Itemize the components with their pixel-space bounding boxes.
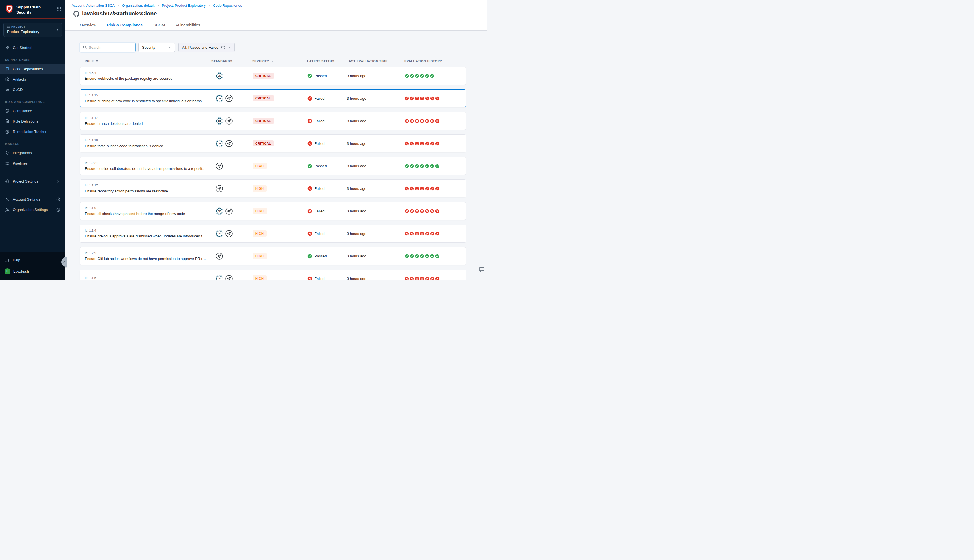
rules-table-body: Id: 4.3.4 Ensure webhooks of the package…: [80, 67, 466, 280]
sidebar-item-code-repositories[interactable]: Code Repositories: [0, 64, 65, 74]
status-cell: Failed: [307, 96, 347, 101]
search-input[interactable]: [89, 45, 132, 50]
history-fail-icon: [425, 277, 429, 280]
table-row[interactable]: Id: 1.1.15 Ensure pushing of new code is…: [80, 89, 466, 107]
clear-filter-icon[interactable]: [221, 45, 225, 50]
sidebar-item-organization-settings[interactable]: Organization Settings: [0, 205, 65, 215]
rule-id: Id: 1.2.9: [85, 251, 212, 255]
history-fail-icon: [430, 209, 434, 213]
svg-text:CIS: CIS: [218, 97, 221, 100]
rule-name: Ensure pushing of new code is restricted…: [85, 99, 212, 103]
tab-risk-compliance[interactable]: Risk & Compliance: [102, 20, 148, 30]
sidebar-item-integrations[interactable]: Integrations: [0, 148, 65, 158]
status-text: Failed: [315, 209, 324, 213]
history-pass-icon: [405, 164, 409, 168]
table-row[interactable]: Id: 1.1.5 CIS HIGH Failed 3 hours ago: [80, 270, 466, 280]
breadcrumb-link[interactable]: Account: Automation-SSCA: [72, 4, 115, 8]
sidebar-item-artifacts[interactable]: Artifacts: [0, 74, 65, 85]
severity-dropdown[interactable]: Severity: [138, 43, 175, 52]
page-title: lavakush07/StarbucksClone: [82, 10, 157, 17]
evaluation-time: 3 hours ago: [347, 254, 405, 258]
history-fail-icon: [405, 209, 409, 213]
sidebar-item-pipelines[interactable]: Pipelines: [0, 158, 65, 168]
table-row[interactable]: Id: 4.3.4 Ensure webhooks of the package…: [80, 67, 466, 85]
project-selector[interactable]: PROJECT Product Exploratory: [3, 23, 62, 37]
evaluation-time: 3 hours ago: [347, 164, 405, 168]
breadcrumb-link[interactable]: Project: Product Exploratory: [162, 4, 206, 8]
sidebar-section-supply-chain: SUPPLY CHAIN: [0, 53, 65, 64]
sidebar-item-project-settings[interactable]: Project Settings: [0, 176, 65, 187]
sidebar-item-cicd[interactable]: CI/CD: [0, 85, 65, 95]
sidebar-item-get-started[interactable]: Get Started: [0, 43, 65, 53]
sidebar-item-label: Integrations: [13, 151, 32, 155]
table-header: RULE STANDARDS SEVERITY LATEST STATUS LA…: [80, 60, 466, 63]
sidebar-item-remediation-tracker[interactable]: Remediation Tracker: [0, 127, 65, 137]
severity-badge: HIGH: [252, 185, 267, 192]
history-fail-icon: [430, 232, 434, 236]
table-row[interactable]: Id: 1.2.17 Ensure repository action perm…: [80, 180, 466, 197]
severity-badge: HIGH: [252, 230, 267, 237]
title-row: lavakush07/StarbucksClone: [73, 10, 487, 17]
severity-cell: CRITICAL: [252, 73, 307, 79]
rule-id: Id: 4.3.4: [85, 71, 212, 74]
rule-name: Ensure branch deletions are denied: [85, 122, 212, 126]
sidebar-footer: Help L Lavakush: [0, 252, 65, 280]
table-row[interactable]: Id: 1.1.4 Ensure previous approvals are …: [80, 225, 466, 243]
column-header-standards: STANDARDS: [211, 60, 252, 63]
svg-text:CIS: CIS: [218, 210, 221, 212]
svg-text:CIS: CIS: [218, 120, 221, 122]
support-chat-button[interactable]: [479, 267, 485, 273]
sidebar-item-account-settings[interactable]: Account Settings: [0, 194, 65, 205]
history-pass-icon: [430, 74, 434, 78]
status-cell: Failed: [307, 186, 347, 191]
rule-cell: Id: 1.1.17 Ensure branch deletions are d…: [85, 116, 212, 126]
column-header-severity[interactable]: SEVERITY: [252, 60, 307, 63]
rule-cell: Id: 1.2.17 Ensure repository action perm…: [85, 184, 212, 193]
info-icon[interactable]: [57, 208, 60, 212]
column-header-rule[interactable]: RULE: [85, 60, 211, 63]
table-row[interactable]: Id: 1.1.9 Ensure all checks have passed …: [80, 202, 466, 220]
sidebar-item-compliance[interactable]: Compliance: [0, 106, 65, 116]
paper-plane-badge-icon: [225, 117, 233, 125]
tab-sbom[interactable]: SBOM: [148, 20, 170, 30]
breadcrumb-link[interactable]: Code Repositories: [213, 4, 242, 8]
sidebar-item-help[interactable]: Help: [0, 255, 65, 265]
cis-badge-icon: CIS: [215, 230, 223, 237]
severity-badge: CRITICAL: [252, 118, 274, 124]
rule-cell: Id: 1.1.5: [85, 276, 212, 280]
history-fail-icon: [435, 119, 439, 123]
divider: [4, 190, 62, 190]
evaluation-history: [405, 209, 466, 213]
status-cell: Failed: [307, 276, 347, 280]
artifact-cube-icon: [5, 77, 10, 82]
rule-name: Ensure outside collaborators do not have…: [85, 167, 212, 171]
chevron-right-icon: [57, 180, 60, 183]
tab-vulnerabilities[interactable]: Vulnerabilities: [170, 20, 205, 30]
table-row[interactable]: Id: 1.2.21 Ensure outside collaborators …: [80, 157, 466, 175]
sidebar-item-label: Compliance: [13, 109, 32, 113]
tab-overview[interactable]: Overview: [74, 20, 102, 30]
rule-cell: Id: 1.2.21 Ensure outside collaborators …: [85, 161, 212, 171]
module-switcher-icon[interactable]: [57, 6, 62, 11]
status-filter-dropdown[interactable]: All: Passed and Failed: [178, 43, 235, 52]
table-row[interactable]: Id: 1.1.17 Ensure branch deletions are d…: [80, 112, 466, 130]
search-icon: [83, 45, 87, 49]
paper-plane-badge-icon: [225, 95, 233, 102]
history-fail-icon: [405, 142, 409, 146]
history-fail-icon: [410, 142, 414, 146]
table-row[interactable]: Id: 1.2.9 Ensure GitHub action workflows…: [80, 247, 466, 265]
sidebar-item-rule-definitions[interactable]: Rule Definitions: [0, 116, 65, 127]
history-fail-icon: [430, 96, 434, 100]
severity-cell: HIGH: [252, 208, 307, 214]
breadcrumb-link[interactable]: Organization: default: [122, 4, 154, 8]
info-icon[interactable]: [57, 197, 60, 202]
history-fail-icon: [425, 187, 429, 191]
table-row[interactable]: Id: 1.1.16 Ensure force pushes code to b…: [80, 134, 466, 152]
status-text: Failed: [315, 187, 324, 191]
status-text: Failed: [315, 232, 324, 236]
chevron-right-icon: [208, 4, 211, 7]
user-menu[interactable]: L Lavakush: [0, 265, 65, 277]
history-pass-icon: [425, 254, 429, 258]
search-box: [80, 43, 135, 52]
severity-cell: CRITICAL: [252, 118, 307, 124]
